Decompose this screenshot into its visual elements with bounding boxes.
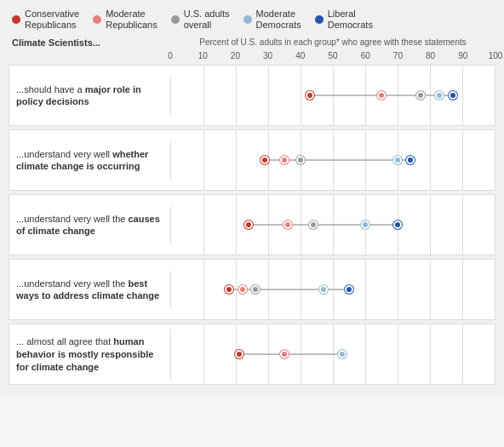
row-label-row4: ...understand very well the best ways to… [9, 271, 171, 310]
legend-dot-con-rep [12, 15, 20, 24]
legend-dot-lib-dem [315, 15, 324, 24]
dot-row1-con-rep [306, 91, 314, 100]
row-plot-row3 [171, 195, 495, 255]
dot-row2-mod-rep [280, 156, 289, 164]
dot-row5-con-rep [235, 350, 243, 358]
row-plot-row1 [171, 66, 495, 125]
dot-row3-lib-dem [393, 221, 402, 229]
legend-item-lib-dem: LiberalDemocrats [315, 9, 373, 31]
legend-item-mod-rep: ModerateRepublicans [93, 9, 158, 31]
legend-label-con-rep: ConservativeRepublicans [25, 9, 79, 31]
legend-dot-mod-dem [243, 15, 252, 24]
legend-dot-mod-rep [93, 15, 101, 24]
tick-90: 90 [458, 51, 467, 60]
tick-80: 80 [426, 51, 435, 60]
row-svg-row5 [171, 324, 495, 384]
legend: ConservativeRepublicansModerateRepublica… [9, 9, 495, 31]
data-row-row2: ...understand very well whether climate … [9, 129, 495, 191]
dot-row3-mod-rep [284, 221, 292, 229]
row-label-row5: ... almost all agree that human behavior… [9, 329, 171, 381]
dot-row2-us-adults [296, 156, 305, 164]
dot-row4-mod-rep [238, 285, 247, 294]
row-label-row3: ...understand very well the causes of cl… [9, 206, 171, 245]
dot-row2-mod-dem [393, 156, 402, 164]
row-plot-row4 [171, 260, 495, 319]
percent-label-header: Percent of U.S. adults in each group* wh… [170, 37, 495, 49]
row-plot-row2 [171, 130, 495, 190]
tick-60: 60 [361, 51, 370, 60]
dot-row3-us-adults [309, 221, 318, 229]
legend-item-con-rep: ConservativeRepublicans [12, 9, 79, 31]
axis-ticks: 0102030405060708090100 [170, 51, 495, 63]
dot-row5-mod-dem [338, 350, 346, 358]
data-row-row1: ...should have a major role in policy de… [9, 65, 495, 126]
legend-label-mod-dem: ModerateDemocrats [256, 9, 301, 31]
row-svg-row4 [171, 260, 495, 319]
row-plot-row5 [171, 324, 495, 384]
dot-row4-us-adults [251, 285, 260, 294]
tick-10: 10 [198, 51, 208, 60]
tick-40: 40 [295, 51, 305, 60]
axis-row: 0102030405060708090100 [9, 51, 495, 63]
legend-label-mod-rep: ModerateRepublicans [106, 9, 158, 31]
dot-row2-lib-dem [406, 156, 415, 164]
dot-row4-con-rep [225, 285, 233, 294]
dot-row3-mod-dem [361, 221, 369, 229]
data-rows-container: ...should have a major role in policy de… [9, 65, 495, 388]
row-svg-row3 [171, 195, 495, 255]
legend-label-us-adults: U.S. adultsoverall [184, 9, 230, 31]
tick-30: 30 [263, 51, 272, 60]
row-svg-row1 [171, 66, 495, 125]
data-row-row4: ...understand very well the best ways to… [9, 259, 495, 320]
dot-row3-con-rep [244, 221, 253, 229]
row-label-row1: ...should have a major role in policy de… [9, 77, 171, 116]
dot-row2-con-rep [261, 156, 269, 164]
chart-container: ConservativeRepublicansModerateRepublica… [0, 0, 504, 397]
dot-row1-lib-dem [449, 91, 457, 100]
data-row-row5: ... almost all agree that human behavior… [9, 324, 495, 385]
tick-70: 70 [393, 51, 403, 60]
chart-area: Climate Scientists... Percent of U.S. ad… [9, 37, 495, 388]
tick-100: 100 [489, 51, 503, 60]
dot-row4-lib-dem [345, 285, 353, 294]
dot-row1-us-adults [416, 91, 425, 100]
dot-row5-mod-rep [280, 350, 289, 358]
data-row-row3: ...understand very well the causes of cl… [9, 194, 495, 255]
row-label-header: Climate Scientists... [9, 37, 170, 49]
dot-row4-mod-dem [319, 285, 328, 294]
dot-row1-mod-dem [435, 91, 444, 100]
legend-item-us-adults: U.S. adultsoverall [171, 9, 230, 31]
legend-item-mod-dem: ModerateDemocrats [243, 9, 301, 31]
dot-row1-mod-rep [377, 91, 386, 100]
tick-0: 0 [168, 51, 173, 60]
tick-50: 50 [328, 51, 337, 60]
row-svg-row2 [171, 130, 495, 190]
tick-20: 20 [231, 51, 240, 60]
row-label-row2: ...understand very well whether climate … [9, 141, 171, 181]
chart-header: Climate Scientists... Percent of U.S. ad… [9, 37, 495, 49]
legend-label-lib-dem: LiberalDemocrats [328, 9, 373, 31]
legend-dot-us-adults [171, 15, 180, 24]
